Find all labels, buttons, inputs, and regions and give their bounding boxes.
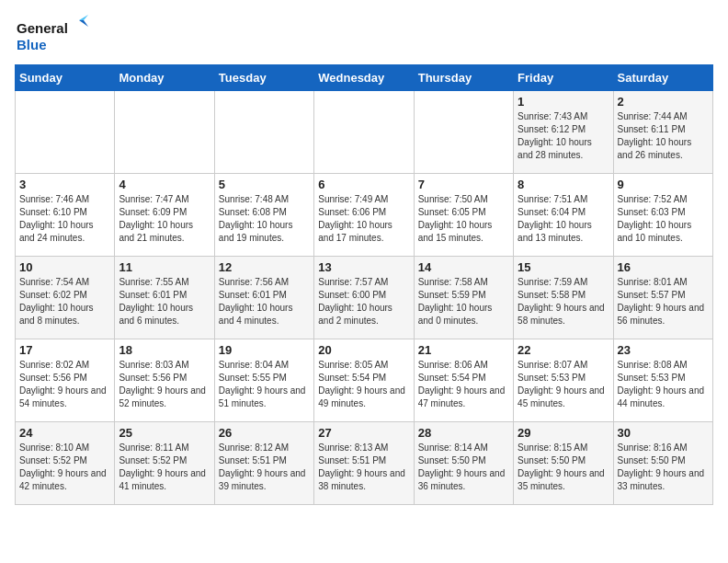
- weekday-header-tuesday: Tuesday: [214, 65, 313, 91]
- day-number: 8: [518, 178, 609, 191]
- day-number: 24: [19, 426, 110, 440]
- day-number: 26: [219, 426, 310, 440]
- weekday-header-friday: Friday: [514, 65, 613, 91]
- day-info: Sunrise: 8:02 AM Sunset: 5:56 PM Dayligh…: [19, 359, 110, 410]
- day-info: Sunrise: 7:47 AM Sunset: 6:09 PM Dayligh…: [119, 193, 210, 245]
- day-number: 14: [418, 260, 509, 274]
- day-info: Sunrise: 7:48 AM Sunset: 6:08 PM Dayligh…: [219, 193, 310, 245]
- calendar-cell: 23Sunrise: 8:08 AM Sunset: 5:53 PM Dayli…: [613, 339, 712, 422]
- day-info: Sunrise: 7:51 AM Sunset: 6:04 PM Dayligh…: [518, 193, 609, 245]
- weekday-header-saturday: Saturday: [613, 65, 712, 91]
- day-info: Sunrise: 7:58 AM Sunset: 5:59 PM Dayligh…: [418, 276, 509, 327]
- calendar-cell: 4Sunrise: 7:47 AM Sunset: 6:09 PM Daylig…: [115, 174, 214, 257]
- day-number: 25: [119, 426, 210, 440]
- calendar-cell: 25Sunrise: 8:11 AM Sunset: 5:52 PM Dayli…: [115, 422, 214, 505]
- calendar-cell: 5Sunrise: 7:48 AM Sunset: 6:08 PM Daylig…: [214, 174, 313, 257]
- calendar-cell: 26Sunrise: 8:12 AM Sunset: 5:51 PM Dayli…: [214, 422, 313, 505]
- day-number: 23: [618, 343, 709, 357]
- day-number: 19: [219, 343, 310, 357]
- day-info: Sunrise: 7:57 AM Sunset: 6:00 PM Dayligh…: [318, 276, 409, 327]
- calendar-cell: [214, 91, 313, 174]
- calendar-cell: 14Sunrise: 7:58 AM Sunset: 5:59 PM Dayli…: [414, 257, 513, 339]
- calendar-cell: 16Sunrise: 8:01 AM Sunset: 5:57 PM Dayli…: [613, 257, 712, 339]
- day-info: Sunrise: 8:08 AM Sunset: 5:53 PM Dayligh…: [618, 359, 709, 410]
- day-number: 7: [418, 178, 509, 191]
- day-info: Sunrise: 7:54 AM Sunset: 6:02 PM Dayligh…: [19, 276, 110, 327]
- calendar-cell: 13Sunrise: 7:57 AM Sunset: 6:00 PM Dayli…: [314, 257, 414, 339]
- day-info: Sunrise: 8:11 AM Sunset: 5:52 PM Dayligh…: [119, 442, 210, 493]
- calendar-cell: 3Sunrise: 7:46 AM Sunset: 6:10 PM Daylig…: [16, 174, 115, 257]
- calendar-cell: 19Sunrise: 8:04 AM Sunset: 5:55 PM Dayli…: [214, 339, 313, 422]
- calendar-cell: 30Sunrise: 8:16 AM Sunset: 5:50 PM Dayli…: [613, 422, 712, 505]
- day-info: Sunrise: 8:16 AM Sunset: 5:50 PM Dayligh…: [618, 442, 709, 493]
- day-number: 13: [318, 260, 409, 274]
- weekday-header-thursday: Thursday: [414, 65, 513, 91]
- calendar-cell: 21Sunrise: 8:06 AM Sunset: 5:54 PM Dayli…: [414, 339, 513, 422]
- calendar-cell: 1Sunrise: 7:43 AM Sunset: 6:12 PM Daylig…: [514, 91, 613, 174]
- calendar-cell: 7Sunrise: 7:50 AM Sunset: 6:05 PM Daylig…: [414, 174, 513, 257]
- day-info: Sunrise: 7:44 AM Sunset: 6:11 PM Dayligh…: [618, 110, 709, 162]
- day-number: 29: [518, 426, 609, 440]
- day-info: Sunrise: 8:07 AM Sunset: 5:53 PM Dayligh…: [518, 359, 609, 410]
- day-info: Sunrise: 7:46 AM Sunset: 6:10 PM Dayligh…: [19, 193, 110, 245]
- day-info: Sunrise: 8:10 AM Sunset: 5:52 PM Dayligh…: [19, 442, 110, 493]
- day-number: 21: [418, 343, 509, 357]
- calendar-table: SundayMondayTuesdayWednesdayThursdayFrid…: [15, 64, 713, 505]
- day-number: 5: [219, 178, 310, 191]
- calendar-cell: 2Sunrise: 7:44 AM Sunset: 6:11 PM Daylig…: [613, 91, 712, 174]
- day-info: Sunrise: 8:14 AM Sunset: 5:50 PM Dayligh…: [418, 442, 509, 493]
- day-number: 28: [418, 426, 509, 440]
- calendar-cell: 22Sunrise: 8:07 AM Sunset: 5:53 PM Dayli…: [514, 339, 613, 422]
- calendar-cell: 6Sunrise: 7:49 AM Sunset: 6:06 PM Daylig…: [314, 174, 414, 257]
- day-info: Sunrise: 8:04 AM Sunset: 5:55 PM Dayligh…: [219, 359, 310, 410]
- day-number: 18: [119, 343, 210, 357]
- day-info: Sunrise: 7:59 AM Sunset: 5:58 PM Dayligh…: [518, 276, 609, 327]
- day-number: 9: [618, 178, 709, 191]
- calendar-cell: [314, 91, 414, 174]
- day-number: 17: [19, 343, 110, 357]
- day-number: 10: [19, 260, 110, 274]
- calendar-cell: 24Sunrise: 8:10 AM Sunset: 5:52 PM Dayli…: [16, 422, 115, 505]
- calendar-week-2: 10Sunrise: 7:54 AM Sunset: 6:02 PM Dayli…: [16, 257, 713, 339]
- day-info: Sunrise: 8:05 AM Sunset: 5:54 PM Dayligh…: [318, 359, 409, 410]
- svg-marker-2: [79, 20, 88, 27]
- day-info: Sunrise: 7:56 AM Sunset: 6:01 PM Dayligh…: [219, 276, 310, 327]
- day-number: 11: [119, 260, 210, 274]
- calendar-cell: 8Sunrise: 7:51 AM Sunset: 6:04 PM Daylig…: [514, 174, 613, 257]
- calendar-cell: 17Sunrise: 8:02 AM Sunset: 5:56 PM Dayli…: [16, 339, 115, 422]
- calendar-week-1: 3Sunrise: 7:46 AM Sunset: 6:10 PM Daylig…: [16, 174, 713, 257]
- day-number: 16: [618, 260, 709, 274]
- header: General Blue: [15, 15, 713, 57]
- calendar-cell: [16, 91, 115, 174]
- calendar-cell: 18Sunrise: 8:03 AM Sunset: 5:56 PM Dayli…: [115, 339, 214, 422]
- calendar-week-3: 17Sunrise: 8:02 AM Sunset: 5:56 PM Dayli…: [16, 339, 713, 422]
- day-info: Sunrise: 8:15 AM Sunset: 5:50 PM Dayligh…: [518, 442, 609, 493]
- calendar-cell: 20Sunrise: 8:05 AM Sunset: 5:54 PM Dayli…: [314, 339, 414, 422]
- day-number: 27: [318, 426, 409, 440]
- weekday-header-wednesday: Wednesday: [314, 65, 414, 91]
- day-number: 15: [518, 260, 609, 274]
- calendar-cell: 27Sunrise: 8:13 AM Sunset: 5:51 PM Dayli…: [314, 422, 414, 505]
- calendar-cell: 9Sunrise: 7:52 AM Sunset: 6:03 PM Daylig…: [613, 174, 712, 257]
- day-number: 4: [119, 178, 210, 191]
- calendar-week-0: 1Sunrise: 7:43 AM Sunset: 6:12 PM Daylig…: [16, 91, 713, 174]
- calendar-cell: [115, 91, 214, 174]
- logo-svg: General Blue: [15, 15, 88, 57]
- day-info: Sunrise: 8:01 AM Sunset: 5:57 PM Dayligh…: [618, 276, 709, 327]
- day-number: 22: [518, 343, 609, 357]
- day-info: Sunrise: 7:50 AM Sunset: 6:05 PM Dayligh…: [418, 193, 509, 245]
- day-number: 2: [618, 95, 709, 109]
- day-info: Sunrise: 8:06 AM Sunset: 5:54 PM Dayligh…: [418, 359, 509, 410]
- day-info: Sunrise: 7:52 AM Sunset: 6:03 PM Dayligh…: [618, 193, 709, 245]
- day-info: Sunrise: 7:55 AM Sunset: 6:01 PM Dayligh…: [119, 276, 210, 327]
- svg-text:Blue: Blue: [17, 37, 47, 52]
- calendar-cell: 29Sunrise: 8:15 AM Sunset: 5:50 PM Dayli…: [514, 422, 613, 505]
- svg-text:General: General: [17, 20, 68, 36]
- calendar-cell: 10Sunrise: 7:54 AM Sunset: 6:02 PM Dayli…: [16, 257, 115, 339]
- svg-marker-3: [79, 15, 88, 20]
- day-info: Sunrise: 8:03 AM Sunset: 5:56 PM Dayligh…: [119, 359, 210, 410]
- day-info: Sunrise: 8:12 AM Sunset: 5:51 PM Dayligh…: [219, 442, 310, 493]
- calendar-cell: 15Sunrise: 7:59 AM Sunset: 5:58 PM Dayli…: [514, 257, 613, 339]
- day-info: Sunrise: 7:43 AM Sunset: 6:12 PM Dayligh…: [518, 110, 609, 162]
- day-number: 20: [318, 343, 409, 357]
